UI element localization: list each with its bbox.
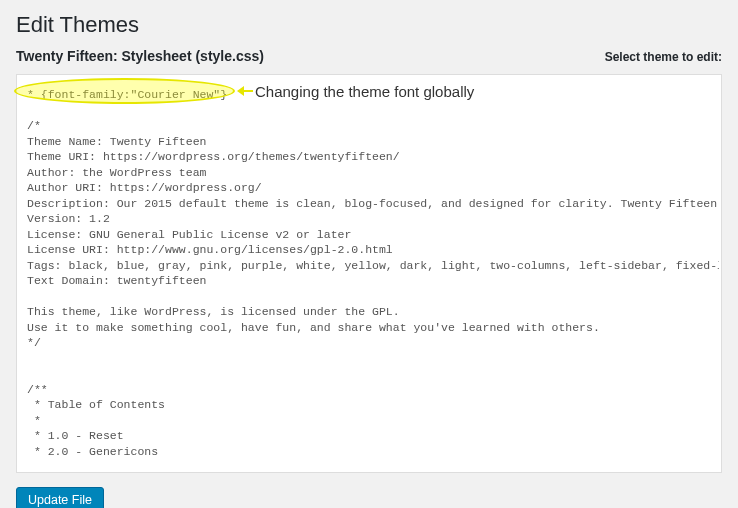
file-header-row: Twenty Fifteen: Stylesheet (style.css) S… [16, 48, 722, 64]
file-title: Twenty Fifteen: Stylesheet (style.css) [16, 48, 264, 64]
update-file-button[interactable]: Update File [16, 487, 104, 508]
select-theme-label: Select theme to edit: [605, 50, 722, 64]
code-editor[interactable] [23, 81, 719, 463]
page-title: Edit Themes [16, 12, 722, 38]
editor-container: Changing the theme font globally [16, 74, 722, 473]
